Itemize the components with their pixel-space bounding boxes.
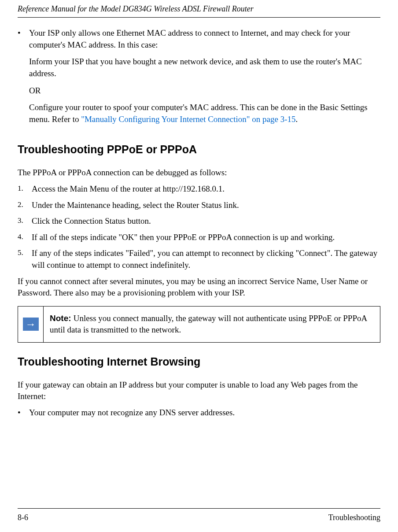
step-text: If any of the steps indicates "Failed", … (32, 248, 380, 271)
page-number: 8-6 (18, 512, 28, 523)
page-footer: 8-6 Troubleshooting (18, 508, 380, 523)
header-title: Reference Manual for the Model DG834G Wi… (18, 4, 254, 13)
chapter-name: Troubleshooting (328, 512, 380, 523)
list-item: 2. Under the Maintenance heading, select… (18, 200, 380, 211)
manual-config-link[interactable]: "Manually Configuring Your Internet Conn… (81, 115, 295, 124)
numbered-list: 1. Access the Main Menu of the router at… (18, 183, 380, 271)
arrow-icon: → (23, 318, 39, 331)
note-icon-cell: → (18, 307, 44, 342)
step-text: Under the Maintenance heading, select th… (32, 200, 380, 211)
list-item: 1. Access the Main Menu of the router at… (18, 183, 380, 195)
note-text: Note: Unless you connect manually, the g… (44, 307, 380, 342)
step-number: 3. (18, 215, 32, 227)
section1-heading: Troubleshooting PPPoE or PPPoA (18, 142, 380, 157)
note-label: Note: (50, 314, 74, 323)
bullet-p2: OR (29, 85, 380, 97)
list-item: 4. If all of the steps indicate "OK" the… (18, 232, 380, 244)
bullet-marker: • (18, 407, 29, 419)
step-number: 1. (18, 183, 32, 195)
step-text: If all of the steps indicate "OK" then y… (32, 232, 380, 244)
list-item: 3. Click the Connection Status button. (18, 215, 380, 227)
list-item: 5. If any of the steps indicates "Failed… (18, 248, 380, 271)
note-body: Unless you connect manually, the gateway… (50, 314, 367, 335)
bullet-p1: Inform your ISP that you have bought a n… (29, 56, 380, 79)
section2-heading: Troubleshooting Internet Browsing (18, 354, 380, 369)
page-header: Reference Manual for the Model DG834G Wi… (18, 0, 380, 18)
bullet-lead: Your ISP only allows one Ethernet MAC ad… (29, 27, 380, 51)
note-box: → Note: Unless you connect manually, the… (18, 306, 380, 343)
section2-intro: If your gateway can obtain an IP address… (18, 379, 380, 403)
section1-after: If you cannot connect after several minu… (18, 276, 380, 299)
section1-intro: The PPPoA or PPPoA connection can be deb… (18, 167, 380, 179)
bullet-marker: • (18, 27, 29, 130)
bullet-p3-end: . (295, 115, 298, 124)
step-text: Access the Main Menu of the router at ht… (32, 183, 380, 195)
section2-bullet: Your computer may not recognize any DNS … (29, 407, 380, 419)
bullet-item: • Your ISP only allows one Ethernet MAC … (18, 27, 380, 130)
step-number: 4. (18, 232, 32, 244)
bullet-content: Your ISP only allows one Ethernet MAC ad… (29, 27, 380, 130)
bullet-item: • Your computer may not recognize any DN… (18, 407, 380, 419)
step-number: 5. (18, 248, 32, 271)
step-number: 2. (18, 200, 32, 211)
step-text: Click the Connection Status button. (32, 215, 380, 227)
bullet-p3: Configure your router to spoof your comp… (29, 102, 380, 125)
arrow-glyph: → (26, 319, 36, 329)
